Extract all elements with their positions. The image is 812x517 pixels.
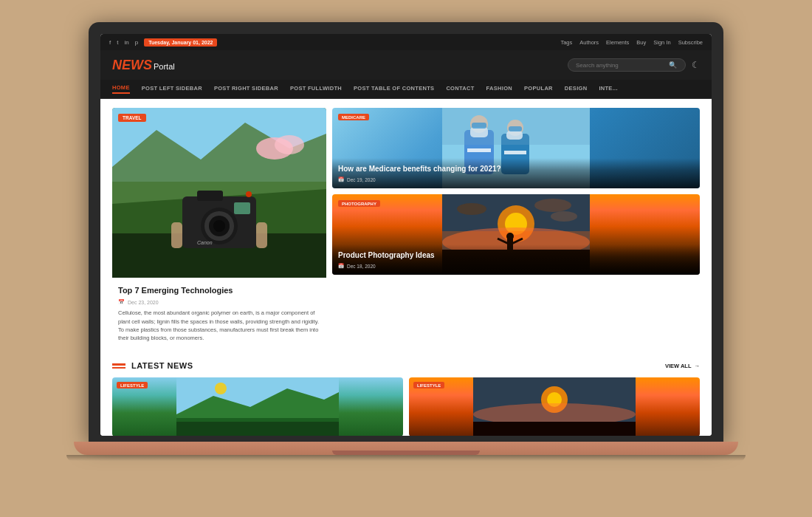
- svg-rect-47: [176, 422, 339, 436]
- nav-post-fullwidth[interactable]: POST FULLWIDTH: [290, 85, 342, 93]
- side-article-photography[interactable]: Photography Product Photography Ideas 📅 …: [332, 194, 700, 275]
- decorative-lines: [112, 363, 125, 369]
- nav-home[interactable]: HOME: [112, 84, 130, 94]
- linkedin-icon[interactable]: in: [124, 39, 128, 46]
- medicare-title: How are Medicare benefits changing for 2…: [338, 164, 694, 174]
- tags-link[interactable]: Tags: [560, 39, 572, 46]
- nav-popular[interactable]: POPULAR: [524, 85, 553, 93]
- website: f t in p Tuesday, January 01, 2022 Tags …: [100, 34, 712, 436]
- svg-rect-25: [504, 151, 526, 154]
- nav-post-left[interactable]: POST LEFT SIDEBAR: [142, 85, 202, 93]
- medicare-date: Dec 19, 2020: [347, 177, 376, 182]
- main-article[interactable]: Canon Travel Top 7 Emerging Technologies…: [112, 108, 326, 349]
- subscribe-link[interactable]: Subscribe: [678, 39, 703, 46]
- svg-point-41: [534, 199, 571, 212]
- svg-rect-13: [234, 202, 250, 214]
- main-article-image: Canon Travel: [112, 108, 326, 278]
- dark-mode-toggle[interactable]: ☾: [692, 60, 700, 70]
- side-article-medicare[interactable]: Medicare How are Medicare benefits chang…: [332, 108, 700, 188]
- featured-section: Canon Travel Top 7 Emerging Technologies…: [112, 108, 700, 349]
- photography-date: Dec 18, 2020: [347, 264, 376, 269]
- authors-link[interactable]: Authors: [579, 39, 599, 46]
- signin-link[interactable]: Sign In: [653, 39, 670, 46]
- news-card-image-1: [409, 377, 700, 436]
- pinterest-icon[interactable]: p: [135, 39, 138, 46]
- svg-point-42: [551, 211, 577, 222]
- view-all-button[interactable]: VIEW ALL →: [665, 363, 700, 369]
- search-icon[interactable]: 🔍: [669, 61, 677, 69]
- latest-news-title-group: LATEST NEWS: [112, 361, 193, 370]
- svg-point-46: [215, 383, 227, 394]
- photography-content: Product Photography Ideas 📅 Dec 18, 2020: [332, 244, 700, 275]
- photography-title: Product Photography Ideas: [338, 250, 694, 260]
- medicare-content: How are Medicare benefits changing for 2…: [332, 158, 700, 188]
- laptop-shadow: [66, 455, 746, 461]
- news-card-image-0: [112, 377, 403, 436]
- main-nav: HOME POST LEFT SIDEBAR POST RIGHT SIDEBA…: [100, 80, 712, 99]
- latest-news-header: LATEST NEWS VIEW ALL →: [112, 361, 700, 370]
- photography-tag: Photography: [338, 200, 380, 207]
- svg-rect-15: [171, 222, 182, 248]
- line-thick: [112, 363, 125, 366]
- buy-link[interactable]: Buy: [636, 39, 646, 46]
- news-card-tag-1: Lifestyle: [413, 382, 444, 388]
- main-article-meta: 📅 Dec 23, 2020: [118, 299, 320, 305]
- calendar-icon: 📅: [118, 299, 125, 305]
- laptop-bezel: f t in p Tuesday, January 01, 2022 Tags …: [89, 22, 723, 442]
- photography-meta: 📅 Dec 18, 2020: [338, 263, 694, 269]
- logo-news: NEWS: [112, 58, 152, 73]
- svg-point-14: [246, 191, 252, 197]
- news-card-1[interactable]: Lifestyle: [409, 377, 700, 436]
- svg-rect-21: [467, 148, 491, 152]
- svg-rect-16: [256, 222, 267, 248]
- search-bar[interactable]: 🔍: [568, 58, 686, 72]
- svg-point-40: [457, 203, 486, 215]
- line-thin: [112, 367, 125, 369]
- date-badge: Tuesday, January 01, 2022: [144, 38, 217, 47]
- svg-point-3: [275, 135, 304, 154]
- svg-text:Canon: Canon: [197, 240, 213, 245]
- side-articles: Medicare How are Medicare benefits chang…: [332, 108, 700, 349]
- main-article-tag: Travel: [118, 114, 146, 122]
- logo[interactable]: NEWS Portal: [112, 58, 175, 73]
- nav-design[interactable]: DESIGN: [565, 85, 588, 93]
- view-all-text: VIEW ALL: [665, 363, 692, 369]
- nav-post-right[interactable]: POST RIGHT SIDEBAR: [214, 85, 278, 93]
- elements-link[interactable]: Elements: [606, 39, 629, 46]
- news-cards: Lifestyle: [112, 377, 700, 436]
- search-input[interactable]: [576, 62, 664, 69]
- arrow-right-icon: →: [695, 363, 701, 369]
- laptop-container: f t in p Tuesday, January 01, 2022 Tags …: [89, 22, 723, 495]
- main-article-title: Top 7 Emerging Technologies: [118, 285, 320, 295]
- news-card-0[interactable]: Lifestyle: [112, 377, 403, 436]
- main-article-date: Dec 23, 2020: [128, 300, 159, 305]
- news-card-tag-0: Lifestyle: [117, 382, 148, 388]
- laptop-base: [74, 442, 738, 455]
- latest-news-section: LATEST NEWS VIEW ALL →: [112, 361, 700, 436]
- main-content: Canon Travel Top 7 Emerging Technologies…: [100, 99, 712, 436]
- main-article-content: Top 7 Emerging Technologies 📅 Dec 23, 20…: [112, 278, 326, 349]
- svg-point-37: [506, 233, 514, 240]
- laptop-screen: f t in p Tuesday, January 01, 2022 Tags …: [100, 34, 712, 436]
- svg-rect-53: [473, 422, 636, 436]
- calendar-icon-3: 📅: [338, 263, 344, 269]
- main-article-excerpt: Cellulose, the most abundant organic pol…: [118, 309, 320, 342]
- medicare-meta: 📅 Dec 19, 2020: [338, 177, 694, 182]
- facebook-icon[interactable]: f: [109, 39, 111, 46]
- nav-inte[interactable]: INTE...: [599, 85, 617, 93]
- svg-rect-8: [197, 191, 223, 201]
- nav-fashion[interactable]: FASHION: [486, 85, 512, 93]
- top-bar: f t in p Tuesday, January 01, 2022 Tags …: [100, 34, 712, 50]
- calendar-icon-2: 📅: [338, 177, 344, 182]
- top-bar-right: Tags Authors Elements Buy Sign In Subscr…: [560, 39, 703, 46]
- twitter-icon[interactable]: t: [117, 39, 118, 46]
- logo-portal: Portal: [154, 62, 175, 71]
- svg-rect-29: [442, 108, 590, 145]
- latest-news-title: LATEST NEWS: [131, 361, 193, 370]
- top-bar-left: f t in p Tuesday, January 01, 2022: [109, 38, 217, 47]
- nav-post-table[interactable]: POST TABLE OF CONTENTS: [354, 85, 434, 93]
- medicare-tag: Medicare: [338, 114, 369, 120]
- header-right: 🔍 ☾: [568, 58, 700, 72]
- nav-contact[interactable]: CONTACT: [446, 85, 474, 93]
- svg-point-12: [213, 220, 225, 232]
